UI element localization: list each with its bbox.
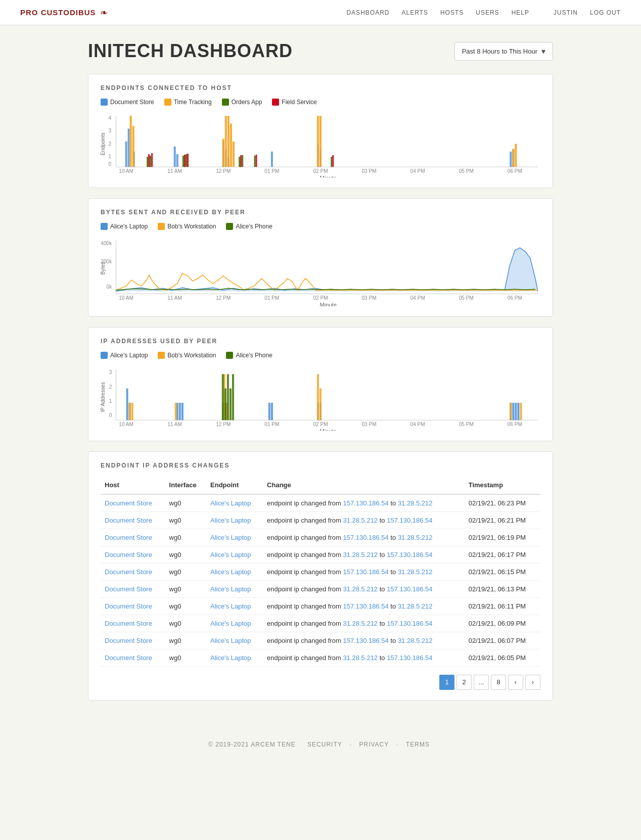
ip2-link[interactable]: 31.28.5.212 xyxy=(398,637,433,644)
page-btn-2[interactable]: 2 xyxy=(456,675,472,690)
ip1-link[interactable]: 31.28.5.212 xyxy=(343,585,378,593)
legend-ip-alices-laptop: Alice's Laptop xyxy=(101,352,148,359)
host-link[interactable]: Document Store xyxy=(105,499,152,507)
endpoint-link[interactable]: Alice's Laptop xyxy=(210,602,251,610)
svg-text:03 PM: 03 PM xyxy=(361,168,376,174)
svg-text:Bytes: Bytes xyxy=(101,262,106,274)
table-row: Document Store wg0 Alice's Laptop endpoi… xyxy=(101,649,540,666)
ip2-link[interactable]: 31.28.5.212 xyxy=(398,499,433,507)
footer-security[interactable]: SECURITY xyxy=(307,741,342,748)
ip1-link[interactable]: 31.28.5.212 xyxy=(343,654,378,662)
logo-text: PRO CUSTODIBUS xyxy=(20,8,96,17)
svg-rect-35 xyxy=(227,116,230,167)
svg-text:Minute: Minute xyxy=(319,301,336,306)
host-link[interactable]: Document Store xyxy=(105,620,152,627)
svg-rect-104 xyxy=(222,374,224,420)
ip2-link[interactable]: 31.28.5.212 xyxy=(398,568,433,576)
endpoint-link[interactable]: Alice's Laptop xyxy=(210,585,251,593)
host-link[interactable]: Document Store xyxy=(105,602,152,610)
host-link[interactable]: Document Store xyxy=(105,654,152,662)
legend-alices-phone: Alice's Phone xyxy=(226,223,272,230)
bytes-section: BYTES SENT AND RECEIVED BY PEER Alice's … xyxy=(88,198,553,317)
svg-text:11 AM: 11 AM xyxy=(167,168,182,174)
endpoint-link[interactable]: Alice's Laptop xyxy=(210,534,251,541)
time-selector[interactable]: Past 8 Hours to This Hour ▾ xyxy=(454,42,553,61)
table-body: Document Store wg0 Alice's Laptop endpoi… xyxy=(101,494,540,667)
ip2-link[interactable]: 31.28.5.212 xyxy=(398,534,433,541)
nav-users[interactable]: USERS xyxy=(476,9,499,16)
cell-endpoint: Alice's Laptop xyxy=(206,529,263,546)
ip2-link[interactable]: 31.28.5.212 xyxy=(398,602,433,610)
table-row: Document Store wg0 Alice's Laptop endpoi… xyxy=(101,615,540,632)
host-link[interactable]: Document Store xyxy=(105,534,152,541)
ip1-link[interactable]: 157.130.186.54 xyxy=(343,499,388,507)
endpoint-link[interactable]: Alice's Laptop xyxy=(210,637,251,644)
ip2-link[interactable]: 157.130.186.54 xyxy=(387,654,432,662)
pagination: 1 2 ... 8 ‹ › xyxy=(101,675,540,690)
nav-help[interactable]: HELP xyxy=(512,9,529,16)
ip1-link[interactable]: 157.130.186.54 xyxy=(343,568,388,576)
ip1-link[interactable]: 157.130.186.54 xyxy=(343,534,388,541)
endpoint-link[interactable]: Alice's Laptop xyxy=(210,620,251,627)
ip2-link[interactable]: 157.130.186.54 xyxy=(387,551,432,558)
endpoint-link[interactable]: Alice's Laptop xyxy=(210,551,251,558)
cell-interface: wg0 xyxy=(165,563,206,580)
table-row: Document Store wg0 Alice's Laptop endpoi… xyxy=(101,580,540,597)
ip1-link[interactable]: 157.130.186.54 xyxy=(343,602,388,610)
svg-text:01 PM: 01 PM xyxy=(264,168,279,174)
nav-links: DASHBOARD ALERTS HOSTS USERS HELP JUSTIN… xyxy=(346,9,621,16)
host-link[interactable]: Document Store xyxy=(105,637,152,644)
svg-rect-38 xyxy=(317,116,319,167)
bytes-chart: 400k 200k 0k Bytes 10 AM 11 AM 12 PM 01 … xyxy=(101,235,540,307)
endpoint-link[interactable]: Alice's Laptop xyxy=(210,654,251,662)
page-btn-prev[interactable]: ‹ xyxy=(508,675,523,690)
svg-rect-87 xyxy=(268,403,270,420)
nav-logout[interactable]: LOG OUT xyxy=(590,9,621,16)
svg-text:03 PM: 03 PM xyxy=(361,295,376,301)
svg-text:05 PM: 05 PM xyxy=(459,168,474,174)
host-link[interactable]: Document Store xyxy=(105,551,152,558)
cell-host: Document Store xyxy=(101,546,165,563)
ip1-link[interactable]: 31.28.5.212 xyxy=(343,620,378,627)
svg-rect-45 xyxy=(186,154,187,167)
cell-timestamp: 02/19/21, 06:23 PM xyxy=(465,494,540,512)
ip1-link[interactable]: 31.28.5.212 xyxy=(343,517,378,524)
endpoint-link[interactable]: Alice's Laptop xyxy=(210,517,251,524)
svg-rect-95 xyxy=(129,403,131,420)
svg-text:Endpoints: Endpoints xyxy=(101,132,106,155)
col-host: Host xyxy=(101,476,165,494)
svg-rect-47 xyxy=(242,155,243,167)
host-link[interactable]: Document Store xyxy=(105,517,152,524)
ip2-link[interactable]: 157.130.186.54 xyxy=(387,517,432,524)
host-link[interactable]: Document Store xyxy=(105,568,152,576)
ip-changes-table-wrap: Host Interface Endpoint Change Timestamp… xyxy=(101,476,540,667)
page-btn-8[interactable]: 8 xyxy=(491,675,506,690)
svg-rect-101 xyxy=(319,389,322,421)
ip2-link[interactable]: 157.130.186.54 xyxy=(387,585,432,593)
cell-timestamp: 02/19/21, 06:21 PM xyxy=(465,511,540,529)
main-content: INITECH DASHBOARD Past 8 Hours to This H… xyxy=(78,25,563,726)
endpoint-link[interactable]: Alice's Laptop xyxy=(210,568,251,576)
bytes-legend: Alice's Laptop Bob's Workstation Alice's… xyxy=(101,223,540,230)
nav-hosts[interactable]: HOSTS xyxy=(440,9,464,16)
page-btn-1[interactable]: 1 xyxy=(439,675,454,690)
footer-privacy[interactable]: PRIVACY xyxy=(359,741,389,748)
footer-terms[interactable]: TERMS xyxy=(406,741,430,748)
nav-user[interactable]: JUSTIN xyxy=(554,9,578,16)
ip1-link[interactable]: 157.130.186.54 xyxy=(343,637,388,644)
cell-endpoint: Alice's Laptop xyxy=(206,597,263,615)
page-btn-next[interactable]: › xyxy=(525,675,540,690)
nav-alerts[interactable]: ALERTS xyxy=(401,9,428,16)
ip1-link[interactable]: 31.28.5.212 xyxy=(343,551,378,558)
svg-rect-97 xyxy=(175,403,177,420)
nav-dashboard[interactable]: DASHBOARD xyxy=(346,9,389,16)
svg-rect-40 xyxy=(512,149,514,167)
ip-addresses-legend: Alice's Laptop Bob's Workstation Alice's… xyxy=(101,352,540,359)
ip2-link[interactable]: 157.130.186.54 xyxy=(387,620,432,627)
host-link[interactable]: Document Store xyxy=(105,585,152,593)
svg-rect-49 xyxy=(331,157,332,167)
endpoint-link[interactable]: Alice's Laptop xyxy=(210,499,251,507)
svg-text:10 AM: 10 AM xyxy=(119,295,133,301)
page-header: INITECH DASHBOARD Past 8 Hours to This H… xyxy=(88,40,553,62)
svg-text:3: 3 xyxy=(109,369,112,375)
